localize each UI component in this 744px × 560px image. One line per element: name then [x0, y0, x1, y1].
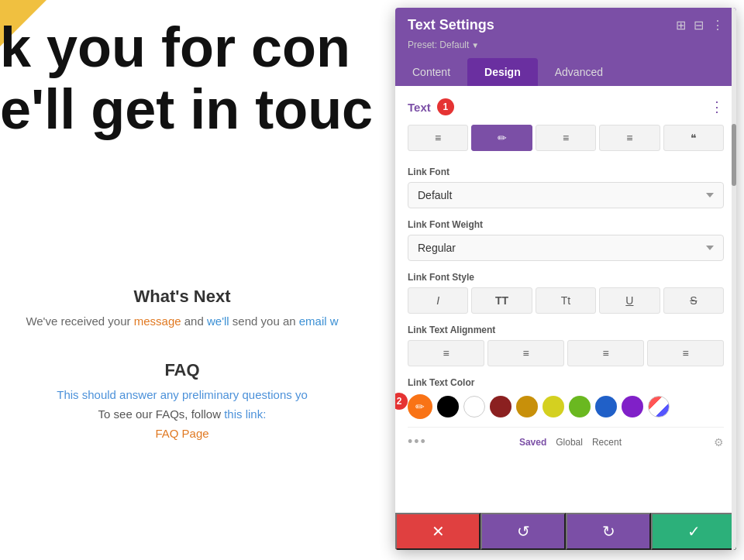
saved-row: ••• Saved Global Recent ⚙: [408, 427, 724, 450]
swatch-purple[interactable]: [622, 396, 643, 417]
section-title-text: Text: [408, 101, 431, 114]
color-picker-button[interactable]: 2 ✏: [408, 394, 432, 419]
swatch-blue[interactable]: [595, 396, 617, 417]
panel-tabs: Content Design Advanced: [395, 58, 736, 86]
swatch-dark-red[interactable]: [490, 396, 512, 417]
text-settings-panel: Text Settings ⊞ ⊟ ⋮ Preset: Default Cont…: [395, 8, 736, 550]
badge-2: 2: [395, 393, 408, 410]
scrollbar-thumb[interactable]: [732, 124, 736, 186]
link-font-select[interactable]: Default: [408, 182, 724, 208]
undo-button[interactable]: ↺: [480, 513, 566, 550]
style-capitalize-btn[interactable]: Tt: [536, 287, 596, 314]
faq-title: FAQ: [0, 360, 364, 380]
saved-tabs: Saved Global Recent: [519, 437, 622, 448]
tab-advanced[interactable]: Advanced: [538, 58, 620, 86]
saved-tab-global[interactable]: Global: [556, 437, 583, 448]
saved-tab-recent[interactable]: Recent: [592, 437, 622, 448]
link-font-label: Link Font: [408, 167, 724, 177]
cancel-button[interactable]: ✕: [395, 513, 480, 550]
align-left-btn[interactable]: ≡: [408, 340, 484, 366]
swatch-orange[interactable]: [516, 396, 538, 417]
toolbar-quote-btn[interactable]: ❝: [663, 125, 724, 151]
faq-link-line: To see our FAQs, follow this link:: [0, 407, 364, 421]
headline-2: e'll get in touc: [0, 77, 373, 141]
link-font-weight-label: Link Font Weight: [408, 219, 724, 230]
redo-button[interactable]: ↻: [566, 513, 651, 550]
expand-icon[interactable]: ⊞: [676, 18, 686, 33]
saved-tab-saved[interactable]: Saved: [519, 437, 546, 448]
faq-description: This should answer any preliminary quest…: [0, 388, 364, 401]
section-title: Text 1: [408, 98, 454, 115]
faq-page-link: FAQ Page: [0, 427, 364, 440]
headline-1: k you for con: [0, 15, 350, 79]
swatch-white[interactable]: [463, 396, 485, 417]
tab-design[interactable]: Design: [467, 58, 538, 86]
swatch-black[interactable]: [437, 396, 459, 417]
badge-1: 1: [437, 98, 454, 115]
align-center-btn[interactable]: ≡: [487, 340, 564, 366]
whats-next-section: What's Next We've received your message …: [0, 287, 364, 328]
link-font-weight-select[interactable]: Regular: [408, 235, 724, 261]
panel-body: Text 1 ⋮ ≡ ✏ ≡ ≡ ❝ Link Font Default Lin…: [395, 86, 736, 513]
tab-content[interactable]: Content: [395, 58, 467, 86]
save-button[interactable]: ✓: [651, 513, 736, 550]
toolbar-align-btn[interactable]: ≡: [408, 125, 468, 151]
link-text-alignment-row: ≡ ≡ ≡ ≡: [408, 340, 724, 366]
swatch-custom[interactable]: [648, 396, 670, 417]
text-toolbar: ≡ ✏ ≡ ≡ ❝: [408, 125, 724, 151]
whats-next-title: What's Next: [0, 287, 364, 307]
swatch-green[interactable]: [569, 396, 591, 417]
link-font-style-row: I TT Tt U S: [408, 287, 724, 314]
columns-icon[interactable]: ⊟: [694, 18, 704, 33]
swatch-yellow[interactable]: [542, 396, 564, 417]
align-right-btn[interactable]: ≡: [567, 340, 644, 366]
section-options-icon[interactable]: ⋮: [710, 98, 724, 115]
gear-icon[interactable]: ⚙: [714, 436, 724, 448]
panel-scrollbar[interactable]: [732, 8, 736, 550]
toolbar-list-btn[interactable]: ≡: [536, 125, 596, 151]
style-uppercase-btn[interactable]: TT: [471, 287, 532, 314]
panel-header-top: Text Settings ⊞ ⊟ ⋮: [408, 17, 724, 33]
color-swatches-row: 2 ✏: [408, 394, 724, 419]
faq-section: FAQ This should answer any preliminary q…: [0, 360, 364, 440]
saved-dots[interactable]: •••: [408, 434, 427, 450]
section-header: Text 1 ⋮: [408, 98, 724, 115]
style-underline-btn[interactable]: U: [599, 287, 660, 314]
align-justify-btn[interactable]: ≡: [647, 340, 724, 366]
panel-header-icons: ⊞ ⊟ ⋮: [676, 18, 724, 33]
style-italic-btn[interactable]: I: [408, 287, 468, 314]
link-text-color-label: Link Text Color: [408, 377, 724, 388]
link-font-style-label: Link Font Style: [408, 272, 724, 283]
toolbar-ordered-list-btn[interactable]: ≡: [599, 125, 660, 151]
panel-footer: ✕ ↺ ↻ ✓: [395, 513, 736, 550]
panel-header: Text Settings ⊞ ⊟ ⋮ Preset: Default: [395, 8, 736, 58]
panel-title: Text Settings: [408, 17, 494, 33]
whats-next-text: We've received your message and we'll se…: [0, 314, 364, 328]
panel-preset[interactable]: Preset: Default: [408, 40, 724, 50]
link-text-alignment-label: Link Text Alignment: [408, 325, 724, 335]
more-icon[interactable]: ⋮: [711, 18, 724, 33]
style-strikethrough-btn[interactable]: S: [663, 287, 724, 314]
toolbar-link-btn[interactable]: ✏: [471, 125, 532, 151]
